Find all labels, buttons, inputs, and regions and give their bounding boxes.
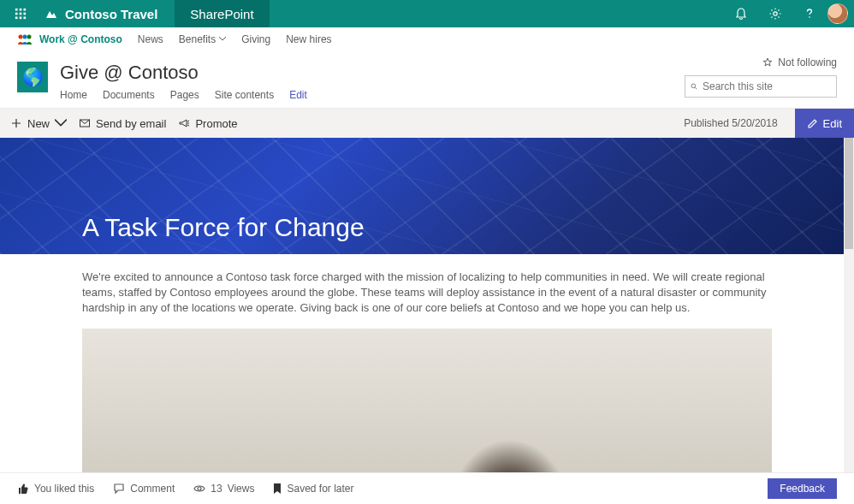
notifications-button[interactable] bbox=[724, 0, 758, 27]
svg-rect-5 bbox=[24, 13, 27, 15]
social-bar: You liked this Comment 13 Views Saved fo… bbox=[0, 472, 854, 504]
suite-bar: Contoso Travel SharePoint bbox=[0, 0, 854, 27]
hub-link-news[interactable]: News bbox=[138, 33, 163, 45]
user-avatar[interactable] bbox=[827, 0, 854, 27]
gear-icon bbox=[768, 7, 782, 21]
mountain-icon bbox=[44, 7, 58, 21]
hub-link-newhires[interactable]: New hires bbox=[286, 33, 331, 45]
waffle-icon bbox=[15, 8, 27, 20]
settings-button[interactable] bbox=[758, 0, 792, 27]
help-button[interactable] bbox=[792, 0, 827, 27]
follow-label: Not following bbox=[778, 56, 837, 68]
thumbs-up-icon bbox=[17, 483, 29, 495]
svg-rect-6 bbox=[15, 17, 18, 20]
svg-rect-0 bbox=[15, 9, 18, 11]
svg-rect-3 bbox=[15, 13, 18, 15]
article-title: A Task Force for Change bbox=[82, 213, 365, 242]
globe-heart-icon: 🌎 bbox=[22, 67, 44, 87]
svg-point-16 bbox=[198, 487, 201, 490]
site-header: 🌎 Give @ Contoso Home Documents Pages Si… bbox=[0, 51, 854, 109]
nav-home[interactable]: Home bbox=[60, 89, 87, 101]
people-icon bbox=[17, 34, 33, 44]
views-count: 13 bbox=[211, 483, 222, 495]
hub-link-benefits[interactable]: Benefits bbox=[179, 33, 226, 45]
svg-point-14 bbox=[691, 84, 696, 88]
like-label: You liked this bbox=[34, 483, 94, 495]
chevron-down-icon bbox=[55, 117, 67, 129]
follow-toggle[interactable]: Not following bbox=[762, 56, 837, 68]
article-body: We're excited to announce a Contoso task… bbox=[0, 254, 854, 329]
svg-rect-4 bbox=[20, 13, 22, 15]
nav-site-contents[interactable]: Site contents bbox=[215, 89, 274, 101]
nav-pages[interactable]: Pages bbox=[170, 89, 199, 101]
question-icon bbox=[803, 7, 816, 21]
nav-documents[interactable]: Documents bbox=[103, 89, 155, 101]
star-icon bbox=[762, 57, 773, 68]
save-label: Saved for later bbox=[287, 483, 353, 495]
svg-rect-7 bbox=[20, 17, 22, 20]
scrollbar-thumb[interactable] bbox=[845, 138, 853, 249]
plus-icon bbox=[10, 117, 22, 129]
site-logo[interactable]: 🌎 bbox=[17, 62, 48, 92]
mail-icon bbox=[79, 117, 91, 129]
svg-point-10 bbox=[809, 16, 810, 18]
tenant-name: Contoso Travel bbox=[65, 7, 157, 21]
new-button[interactable]: New bbox=[10, 117, 67, 130]
search-box[interactable] bbox=[685, 75, 837, 98]
views-indicator[interactable]: 13 Views bbox=[193, 483, 254, 495]
hub-nav: Work @ Contoso News Benefits Giving New … bbox=[0, 27, 854, 51]
article-image bbox=[82, 329, 772, 475]
promote-button[interactable]: Promote bbox=[178, 117, 237, 130]
pencil-icon bbox=[807, 118, 818, 129]
app-name[interactable]: SharePoint bbox=[175, 0, 269, 27]
edit-page-button[interactable]: Edit bbox=[795, 109, 854, 138]
avatar-icon bbox=[827, 3, 848, 24]
svg-point-12 bbox=[23, 34, 27, 39]
comment-label: Comment bbox=[130, 483, 175, 495]
feedback-button[interactable]: Feedback bbox=[768, 478, 837, 499]
command-bar: New Send by email Promote Published 5/20… bbox=[0, 109, 854, 138]
svg-point-11 bbox=[19, 34, 23, 39]
bell-icon bbox=[734, 7, 748, 21]
svg-rect-1 bbox=[20, 9, 22, 11]
chevron-down-icon bbox=[219, 37, 226, 41]
hub-title-link[interactable]: Work @ Contoso bbox=[17, 33, 122, 45]
comment-icon bbox=[113, 483, 125, 495]
nav-edit[interactable]: Edit bbox=[289, 89, 307, 101]
bookmark-icon bbox=[273, 483, 282, 495]
hero-banner: A Task Force for Change bbox=[0, 138, 854, 254]
published-date: Published 5/20/2018 bbox=[684, 117, 782, 129]
search-icon bbox=[691, 81, 697, 92]
megaphone-icon bbox=[178, 117, 190, 129]
save-button[interactable]: Saved for later bbox=[273, 483, 353, 495]
svg-rect-8 bbox=[24, 17, 27, 20]
app-launcher-button[interactable] bbox=[0, 0, 41, 27]
svg-point-9 bbox=[774, 12, 777, 15]
svg-rect-2 bbox=[24, 9, 27, 11]
like-button[interactable]: You liked this bbox=[17, 483, 94, 495]
hub-title: Work @ Contoso bbox=[39, 33, 122, 45]
page-canvas: A Task Force for Change We're excited to… bbox=[0, 138, 854, 475]
send-email-button[interactable]: Send by email bbox=[79, 117, 166, 130]
tenant-brand[interactable]: Contoso Travel bbox=[41, 0, 175, 27]
scrollbar-track[interactable] bbox=[844, 138, 854, 475]
search-input[interactable] bbox=[703, 80, 831, 92]
views-label: Views bbox=[228, 483, 255, 495]
eye-icon bbox=[193, 483, 205, 495]
svg-point-13 bbox=[27, 34, 32, 39]
comment-button[interactable]: Comment bbox=[113, 483, 175, 495]
hub-link-giving[interactable]: Giving bbox=[241, 33, 270, 45]
